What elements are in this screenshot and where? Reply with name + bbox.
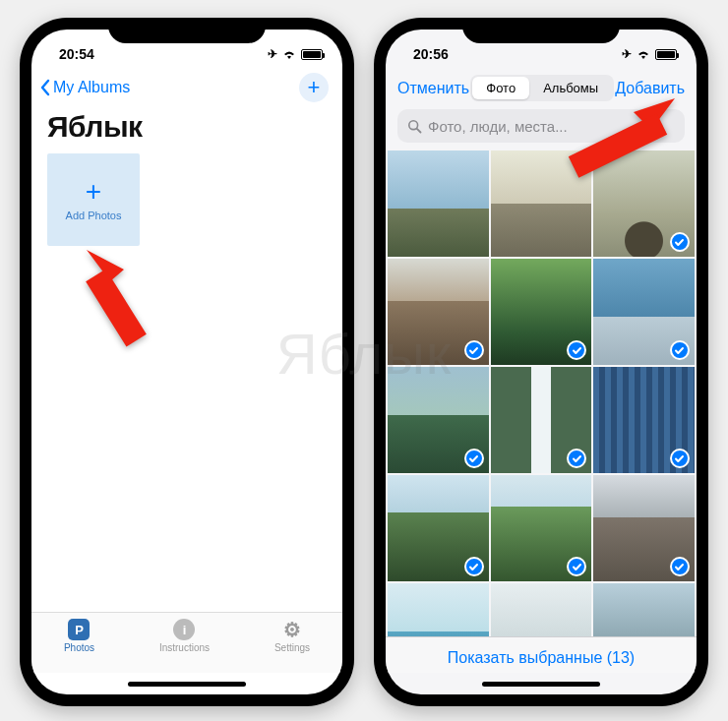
selected-check-icon bbox=[670, 232, 690, 252]
tab-label: Photos bbox=[64, 642, 94, 653]
status-time: 20:54 bbox=[59, 46, 94, 62]
album-title: Яблык bbox=[31, 104, 342, 153]
photos-icon: P bbox=[68, 619, 90, 640]
phone-right: 20:56 ✈ Отменить Фото Альбомы Добавить bbox=[374, 18, 708, 706]
annotation-arrow bbox=[555, 94, 683, 183]
search-placeholder: Фото, люди, места... bbox=[428, 118, 568, 135]
selected-check-icon bbox=[464, 449, 484, 468]
thumbnail-image bbox=[593, 583, 695, 636]
tab-label: Instructions bbox=[159, 642, 210, 653]
airplane-icon: ✈ bbox=[622, 47, 632, 61]
phone-left: 20:54 ✈ My Albums + Яблык bbox=[20, 18, 354, 706]
chevron-left-icon bbox=[39, 79, 51, 96]
svg-rect-5 bbox=[569, 113, 667, 177]
photo-thumbnail[interactable] bbox=[593, 367, 695, 473]
battery-icon bbox=[655, 49, 677, 60]
add-photos-label: Add Photos bbox=[66, 210, 122, 221]
notch bbox=[108, 18, 266, 43]
svg-rect-1 bbox=[86, 270, 147, 347]
plus-icon: + bbox=[308, 75, 321, 100]
back-label: My Albums bbox=[53, 79, 130, 96]
thumbnail-image bbox=[388, 150, 489, 257]
show-selected-button[interactable]: Показать выбранные (13) bbox=[386, 636, 697, 673]
selected-check-icon bbox=[670, 340, 690, 360]
svg-line-3 bbox=[417, 128, 421, 132]
photo-thumbnail[interactable] bbox=[491, 475, 592, 581]
photo-thumbnail[interactable] bbox=[593, 583, 695, 636]
search-icon bbox=[407, 119, 422, 134]
photo-thumbnail[interactable] bbox=[491, 259, 592, 365]
home-indicator bbox=[386, 673, 697, 694]
gear-icon: ⚙ bbox=[281, 619, 303, 640]
selected-check-icon bbox=[670, 557, 690, 576]
tab-photos[interactable]: P Photos bbox=[64, 619, 94, 653]
plus-icon: + bbox=[86, 178, 101, 206]
cancel-button[interactable]: Отменить bbox=[397, 80, 469, 97]
add-album-button[interactable]: + bbox=[299, 73, 329, 102]
airplane-icon: ✈ bbox=[268, 47, 277, 61]
home-indicator bbox=[31, 673, 342, 694]
photo-thumbnail[interactable] bbox=[388, 150, 489, 257]
selected-check-icon bbox=[464, 340, 484, 360]
back-button[interactable]: My Albums bbox=[39, 79, 130, 96]
photo-thumbnail[interactable] bbox=[388, 259, 489, 365]
segment-photos[interactable]: Фото bbox=[472, 77, 529, 99]
annotation-arrow bbox=[81, 244, 169, 352]
status-time: 20:56 bbox=[413, 46, 449, 62]
tab-settings[interactable]: ⚙ Settings bbox=[274, 619, 310, 653]
wifi-icon bbox=[636, 48, 651, 60]
selected-check-icon bbox=[464, 557, 484, 576]
photo-thumbnail[interactable] bbox=[593, 475, 695, 581]
tab-instructions[interactable]: i Instructions bbox=[159, 619, 210, 653]
info-icon: i bbox=[173, 619, 195, 640]
photo-grid[interactable] bbox=[386, 150, 697, 636]
photo-thumbnail[interactable] bbox=[388, 367, 489, 473]
wifi-icon bbox=[281, 48, 297, 60]
photo-thumbnail[interactable] bbox=[491, 583, 592, 636]
tab-label: Settings bbox=[274, 642, 310, 653]
thumbnail-image bbox=[491, 583, 592, 636]
photo-thumbnail[interactable] bbox=[593, 259, 695, 365]
photo-thumbnail[interactable] bbox=[388, 583, 489, 636]
selected-check-icon bbox=[670, 449, 690, 468]
add-photos-tile[interactable]: + Add Photos bbox=[47, 153, 140, 246]
thumbnail-image bbox=[388, 583, 489, 636]
notch bbox=[462, 18, 620, 43]
tab-bar: P Photos i Instructions ⚙ Settings bbox=[31, 612, 342, 673]
battery-icon bbox=[301, 49, 323, 60]
photo-thumbnail[interactable] bbox=[388, 475, 489, 581]
photo-thumbnail[interactable] bbox=[491, 367, 592, 473]
